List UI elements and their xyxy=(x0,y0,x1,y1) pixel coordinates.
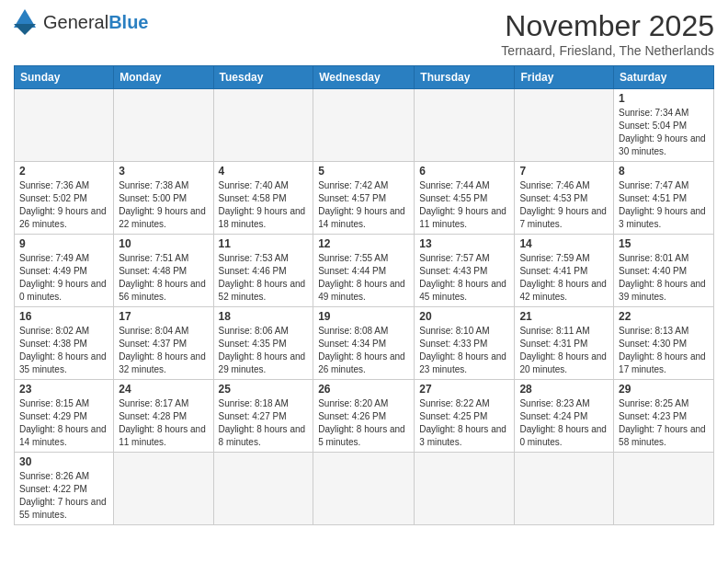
calendar-cell xyxy=(515,89,614,162)
day-info: Sunrise: 7:38 AM Sunset: 5:00 PM Dayligh… xyxy=(119,179,208,231)
calendar-cell xyxy=(515,453,614,525)
calendar-cell: 12Sunrise: 7:55 AM Sunset: 4:44 PM Dayli… xyxy=(313,235,415,307)
calendar-cell: 10Sunrise: 7:51 AM Sunset: 4:48 PM Dayli… xyxy=(114,235,213,307)
calendar-cell: 7Sunrise: 7:46 AM Sunset: 4:53 PM Daylig… xyxy=(515,162,614,235)
calendar-cell: 16Sunrise: 8:02 AM Sunset: 4:38 PM Dayli… xyxy=(15,307,114,380)
page: GeneralBlue November 2025 Ternaard, Frie… xyxy=(0,0,728,534)
day-info: Sunrise: 8:13 AM Sunset: 4:30 PM Dayligh… xyxy=(619,325,709,376)
weekday-header-saturday: Saturday xyxy=(614,66,714,89)
week-row-1: 1Sunrise: 7:34 AM Sunset: 5:04 PM Daylig… xyxy=(15,89,714,162)
calendar-cell xyxy=(313,89,415,162)
calendar-cell: 26Sunrise: 8:20 AM Sunset: 4:26 PM Dayli… xyxy=(313,380,415,453)
day-number: 3 xyxy=(119,165,208,178)
day-number: 19 xyxy=(318,310,409,323)
day-info: Sunrise: 8:06 AM Sunset: 4:35 PM Dayligh… xyxy=(219,325,309,376)
day-number: 20 xyxy=(419,310,509,323)
day-info: Sunrise: 7:51 AM Sunset: 4:48 PM Dayligh… xyxy=(119,252,208,304)
day-info: Sunrise: 7:53 AM Sunset: 4:46 PM Dayligh… xyxy=(219,252,309,304)
day-number: 14 xyxy=(519,237,609,250)
day-number: 27 xyxy=(419,383,509,396)
calendar-cell: 5Sunrise: 7:42 AM Sunset: 4:57 PM Daylig… xyxy=(313,162,415,235)
week-row-5: 23Sunrise: 8:15 AM Sunset: 4:29 PM Dayli… xyxy=(15,380,714,453)
day-info: Sunrise: 8:11 AM Sunset: 4:31 PM Dayligh… xyxy=(519,325,609,376)
calendar: SundayMondayTuesdayWednesdayThursdayFrid… xyxy=(14,65,714,525)
day-number: 16 xyxy=(19,310,108,323)
calendar-cell: 14Sunrise: 7:59 AM Sunset: 4:41 PM Dayli… xyxy=(515,235,614,307)
day-info: Sunrise: 7:34 AM Sunset: 5:04 PM Dayligh… xyxy=(619,107,709,158)
weekday-header-wednesday: Wednesday xyxy=(313,66,415,89)
week-row-4: 16Sunrise: 8:02 AM Sunset: 4:38 PM Dayli… xyxy=(15,307,714,380)
day-number: 30 xyxy=(19,455,108,468)
day-number: 10 xyxy=(119,237,208,250)
calendar-cell: 17Sunrise: 8:04 AM Sunset: 4:37 PM Dayli… xyxy=(114,307,213,380)
day-number: 21 xyxy=(519,310,609,323)
day-number: 18 xyxy=(219,310,309,323)
day-number: 26 xyxy=(318,383,409,396)
day-number: 11 xyxy=(219,237,309,250)
calendar-cell: 11Sunrise: 7:53 AM Sunset: 4:46 PM Dayli… xyxy=(213,235,313,307)
calendar-cell xyxy=(15,89,114,162)
day-info: Sunrise: 8:23 AM Sunset: 4:24 PM Dayligh… xyxy=(519,397,609,449)
calendar-cell: 28Sunrise: 8:23 AM Sunset: 4:24 PM Dayli… xyxy=(515,380,614,453)
calendar-cell: 24Sunrise: 8:17 AM Sunset: 4:28 PM Dayli… xyxy=(114,380,213,453)
calendar-cell: 27Sunrise: 8:22 AM Sunset: 4:25 PM Dayli… xyxy=(415,380,515,453)
calendar-cell: 13Sunrise: 7:57 AM Sunset: 4:43 PM Dayli… xyxy=(415,235,515,307)
day-number: 24 xyxy=(119,383,208,396)
weekday-header-sunday: Sunday xyxy=(15,66,114,89)
calendar-cell: 20Sunrise: 8:10 AM Sunset: 4:33 PM Dayli… xyxy=(415,307,515,380)
day-number: 4 xyxy=(219,165,309,178)
day-info: Sunrise: 8:20 AM Sunset: 4:26 PM Dayligh… xyxy=(318,397,409,449)
logo-text: GeneralBlue xyxy=(43,12,149,33)
calendar-cell xyxy=(313,453,415,525)
weekday-header-row: SundayMondayTuesdayWednesdayThursdayFrid… xyxy=(15,66,714,89)
day-number: 23 xyxy=(19,383,108,396)
calendar-cell: 29Sunrise: 8:25 AM Sunset: 4:23 PM Dayli… xyxy=(614,380,714,453)
calendar-cell: 6Sunrise: 7:44 AM Sunset: 4:55 PM Daylig… xyxy=(415,162,515,235)
day-number: 2 xyxy=(19,165,108,178)
day-number: 1 xyxy=(619,92,709,105)
day-info: Sunrise: 8:10 AM Sunset: 4:33 PM Dayligh… xyxy=(419,325,509,376)
day-info: Sunrise: 7:47 AM Sunset: 4:51 PM Dayligh… xyxy=(619,179,709,231)
calendar-cell: 15Sunrise: 8:01 AM Sunset: 4:40 PM Dayli… xyxy=(614,235,714,307)
calendar-cell xyxy=(114,89,213,162)
calendar-cell xyxy=(213,453,313,525)
day-number: 25 xyxy=(219,383,309,396)
calendar-cell: 25Sunrise: 8:18 AM Sunset: 4:27 PM Dayli… xyxy=(213,380,313,453)
calendar-cell: 3Sunrise: 7:38 AM Sunset: 5:00 PM Daylig… xyxy=(114,162,213,235)
calendar-cell: 23Sunrise: 8:15 AM Sunset: 4:29 PM Dayli… xyxy=(15,380,114,453)
day-info: Sunrise: 7:44 AM Sunset: 4:55 PM Dayligh… xyxy=(419,179,509,231)
day-info: Sunrise: 8:02 AM Sunset: 4:38 PM Dayligh… xyxy=(19,325,108,376)
subtitle: Ternaard, Friesland, The Netherlands xyxy=(501,43,714,58)
day-number: 17 xyxy=(119,310,208,323)
calendar-cell xyxy=(415,89,515,162)
day-info: Sunrise: 7:40 AM Sunset: 4:58 PM Dayligh… xyxy=(219,179,309,231)
day-info: Sunrise: 7:55 AM Sunset: 4:44 PM Dayligh… xyxy=(318,252,409,304)
calendar-cell xyxy=(114,453,213,525)
calendar-cell: 9Sunrise: 7:49 AM Sunset: 4:49 PM Daylig… xyxy=(15,235,114,307)
day-info: Sunrise: 8:08 AM Sunset: 4:34 PM Dayligh… xyxy=(318,325,409,376)
calendar-cell: 4Sunrise: 7:40 AM Sunset: 4:58 PM Daylig… xyxy=(213,162,313,235)
day-number: 8 xyxy=(619,165,709,178)
calendar-cell: 18Sunrise: 8:06 AM Sunset: 4:35 PM Dayli… xyxy=(213,307,313,380)
day-number: 7 xyxy=(519,165,609,178)
day-number: 29 xyxy=(619,383,709,396)
calendar-cell: 8Sunrise: 7:47 AM Sunset: 4:51 PM Daylig… xyxy=(614,162,714,235)
day-number: 15 xyxy=(619,237,709,250)
day-info: Sunrise: 8:22 AM Sunset: 4:25 PM Dayligh… xyxy=(419,397,509,449)
calendar-cell: 1Sunrise: 7:34 AM Sunset: 5:04 PM Daylig… xyxy=(614,89,714,162)
week-row-2: 2Sunrise: 7:36 AM Sunset: 5:02 PM Daylig… xyxy=(15,162,714,235)
weekday-header-friday: Friday xyxy=(515,66,614,89)
day-info: Sunrise: 8:26 AM Sunset: 4:22 PM Dayligh… xyxy=(19,470,108,522)
logo: GeneralBlue xyxy=(14,9,149,35)
day-number: 12 xyxy=(318,237,409,250)
calendar-cell xyxy=(415,453,515,525)
calendar-cell: 22Sunrise: 8:13 AM Sunset: 4:30 PM Dayli… xyxy=(614,307,714,380)
day-number: 13 xyxy=(419,237,509,250)
weekday-header-thursday: Thursday xyxy=(415,66,515,89)
weekday-header-tuesday: Tuesday xyxy=(213,66,313,89)
day-number: 5 xyxy=(318,165,409,178)
month-title: November 2025 xyxy=(501,9,714,43)
header: GeneralBlue November 2025 Ternaard, Frie… xyxy=(14,9,714,58)
day-info: Sunrise: 7:42 AM Sunset: 4:57 PM Dayligh… xyxy=(318,179,409,231)
day-info: Sunrise: 7:57 AM Sunset: 4:43 PM Dayligh… xyxy=(419,252,509,304)
